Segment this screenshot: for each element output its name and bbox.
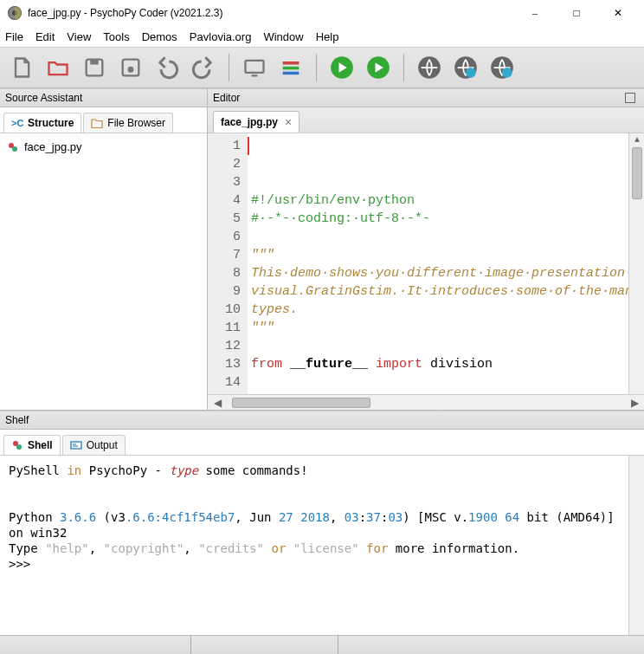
editor-vscrollbar[interactable]: ▲ — [628, 133, 644, 394]
main-split: Source Assistant >C Structure File Brows… — [0, 88, 644, 410]
redo-button[interactable] — [189, 53, 218, 82]
svg-rect-3 — [90, 60, 98, 65]
editor-tabs: face_jpg.py × — [208, 107, 644, 133]
window-controls: – □ ✕ — [523, 4, 630, 22]
source-assistant-panel: Source Assistant >C Structure File Brows… — [0, 88, 208, 410]
shell-vscrollbar[interactable] — [628, 456, 644, 635]
menu-tools[interactable]: Tools — [103, 30, 129, 43]
code-content[interactable]: #!/usr/bin/env·python#·-*-·coding:·utf-8… — [248, 133, 628, 394]
editor-tab-active[interactable]: face_jpg.py × — [213, 111, 299, 133]
menu-view[interactable]: View — [67, 30, 91, 43]
run-button[interactable] — [327, 53, 357, 82]
caret — [248, 137, 249, 155]
editor-dock-icon[interactable] — [625, 93, 635, 103]
tab-structure[interactable]: >C Structure — [3, 113, 81, 133]
open-file-button[interactable] — [43, 53, 73, 82]
menu-edit[interactable]: Edit — [35, 30, 55, 43]
svg-point-17 — [502, 68, 512, 78]
svg-rect-7 — [252, 74, 258, 76]
svg-rect-9 — [283, 67, 299, 70]
editor-tab-close[interactable]: × — [285, 115, 292, 129]
hscroll-thumb[interactable] — [232, 398, 370, 408]
shelf-panel: Shelf Shell Output PyShell in PsychoPy -… — [0, 410, 644, 635]
color-picker-button[interactable] — [276, 53, 306, 82]
toolbar — [0, 47, 644, 88]
svg-text:>C: >C — [11, 118, 23, 128]
menubar: File Edit View Tools Demos Pavlovia.org … — [0, 26, 644, 47]
editor-header: Editor — [208, 88, 644, 107]
menu-demos[interactable]: Demos — [142, 30, 177, 43]
svg-point-22 — [16, 444, 22, 450]
pavlovia-sync-button[interactable] — [415, 53, 444, 82]
status-position — [190, 636, 338, 654]
pavlovia-search-button[interactable] — [451, 53, 480, 82]
tab-shell[interactable]: Shell — [3, 435, 61, 455]
monitor-center-button[interactable] — [240, 53, 269, 82]
svg-point-15 — [466, 68, 476, 78]
svg-rect-8 — [283, 62, 299, 65]
scroll-thumb[interactable] — [632, 147, 642, 199]
status-lang — [338, 636, 644, 654]
line-number-gutter: 123456789101112131415 — [208, 133, 248, 394]
menu-pavlovia[interactable]: Pavlovia.org — [190, 30, 252, 43]
shelf-header: Shelf — [0, 411, 644, 430]
menu-help[interactable]: Help — [316, 30, 339, 43]
minimize-button[interactable]: – — [523, 4, 547, 22]
source-assistant-header: Source Assistant — [0, 88, 207, 107]
svg-rect-6 — [246, 61, 264, 73]
source-tabs: >C Structure File Browser — [0, 107, 207, 133]
maximize-button[interactable]: □ — [564, 4, 589, 22]
close-button[interactable]: ✕ — [606, 4, 630, 22]
app-icon — [7, 5, 23, 21]
shell-terminal[interactable]: PyShell in PsychoPy - type some commands… — [0, 456, 628, 635]
menu-file[interactable]: File — [5, 30, 23, 43]
output-icon — [70, 440, 82, 450]
svg-rect-23 — [71, 442, 81, 449]
tree-root-file[interactable]: face_jpg.py — [5, 139, 202, 155]
new-file-button[interactable] — [7, 53, 36, 82]
scroll-left-icon[interactable]: ◀ — [211, 397, 223, 409]
scroll-right-icon[interactable]: ▶ — [628, 397, 641, 409]
editor-panel: Editor face_jpg.py × 1234567891011121314… — [208, 88, 644, 410]
run-fast-button[interactable] — [364, 53, 393, 82]
python-file-icon — [7, 141, 19, 153]
scroll-up-icon[interactable]: ▲ — [632, 135, 642, 145]
editor-hscrollbar[interactable]: ◀ ▶ — [208, 394, 644, 410]
save-file-button[interactable] — [80, 53, 109, 82]
source-tree[interactable]: face_jpg.py — [0, 133, 207, 160]
pavlovia-user-button[interactable] — [487, 53, 517, 82]
svg-point-20 — [12, 146, 17, 152]
tab-file-browser[interactable]: File Browser — [83, 113, 173, 133]
svg-point-5 — [128, 67, 134, 73]
folder-icon — [91, 118, 103, 128]
save-all-button[interactable] — [116, 53, 145, 82]
svg-rect-10 — [283, 72, 299, 75]
menu-window[interactable]: Window — [263, 30, 303, 43]
statusbar — [0, 635, 644, 654]
tab-output[interactable]: Output — [62, 435, 126, 455]
window-title: face_jpg.py - PsychoPy Coder (v2021.2.3) — [28, 7, 523, 19]
structure-icon: >C — [11, 117, 23, 129]
code-editor[interactable]: 123456789101112131415 #!/usr/bin/env·pyt… — [208, 133, 644, 394]
shelf-tabs: Shell Output — [0, 430, 644, 456]
undo-button[interactable] — [152, 53, 182, 82]
titlebar: face_jpg.py - PsychoPy Coder (v2021.2.3)… — [0, 0, 644, 26]
shell-icon — [11, 439, 23, 451]
